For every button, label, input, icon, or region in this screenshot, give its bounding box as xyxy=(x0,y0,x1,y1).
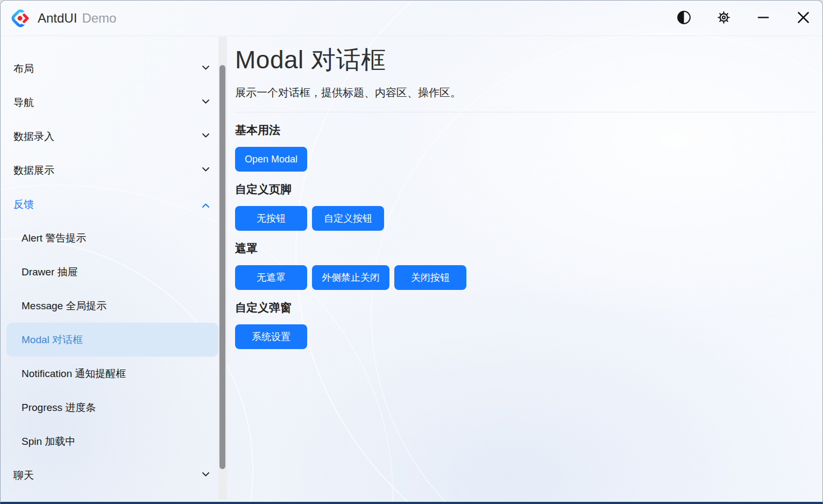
sidebar-scrollbar-thumb[interactable] xyxy=(219,65,225,469)
button-row: 系统设置 xyxy=(235,324,815,349)
sidebar-item-label: 反馈 xyxy=(13,197,34,211)
app-logo-icon xyxy=(9,7,32,30)
sidebar-item-label: Spin 加载中 xyxy=(22,435,75,449)
main-content: Modal 对话框 展示一个对话框，提供标题、内容区、操作区。 基本用法 Ope… xyxy=(227,37,822,500)
no-mask-button[interactable]: 无遮罩 xyxy=(235,265,307,290)
sidebar-item-label: Drawer 抽屉 xyxy=(22,265,78,279)
button-row: Open Modal xyxy=(235,147,815,172)
chevron-down-icon xyxy=(201,62,211,75)
gear-icon xyxy=(716,10,731,26)
section-custom-dialog: 自定义弹窗 系统设置 xyxy=(235,300,815,349)
sidebar-item-label: 导航 xyxy=(13,96,34,110)
sidebar-item-modal[interactable]: Modal 对话框 xyxy=(6,323,218,357)
content-divider xyxy=(235,112,815,112)
sidebar-item-notification[interactable]: Notification 通知提醒框 xyxy=(1,357,218,391)
custom-buttons-button[interactable]: 自定义按钮 xyxy=(312,206,384,231)
sidebar-group-chat[interactable]: 聊天 xyxy=(1,458,218,492)
sidebar-item-message[interactable]: Message 全局提示 xyxy=(1,289,218,323)
section-custom-footer: 自定义页脚 无按钮 自定义按钮 xyxy=(235,182,815,231)
sidebar-scrollbar-track[interactable] xyxy=(218,37,227,500)
chevron-up-icon xyxy=(201,198,211,211)
button-row: 无按钮 自定义按钮 xyxy=(235,206,815,231)
sidebar-item-label: Progress 进度条 xyxy=(22,401,96,415)
sidebar-item-label: Notification 通知提醒框 xyxy=(22,367,126,381)
sidebar: 布局 导航 数据录入 数据展示 反馈 Alert 警告提示 Drawer 抽屉 … xyxy=(1,37,218,500)
section-heading: 自定义页脚 xyxy=(235,182,815,197)
minimize-icon xyxy=(757,11,770,25)
button-row: 无遮罩 外侧禁止关闭 关闭按钮 xyxy=(235,265,815,290)
system-settings-button[interactable]: 系统设置 xyxy=(235,324,307,349)
section-heading: 自定义弹窗 xyxy=(235,300,815,315)
sidebar-item-label: Message 全局提示 xyxy=(22,299,107,313)
sidebar-item-label: 数据录入 xyxy=(13,130,54,144)
sidebar-group-layout[interactable]: 布局 xyxy=(1,52,218,86)
chevron-down-icon xyxy=(201,469,211,482)
sidebar-item-label: 聊天 xyxy=(13,468,34,482)
minimize-button[interactable] xyxy=(748,6,779,31)
app-title-primary: AntdUI xyxy=(38,11,77,26)
sidebar-group-navigation[interactable]: 导航 xyxy=(1,86,218,119)
sidebar-item-label: 布局 xyxy=(13,62,34,76)
half-filled-circle-icon xyxy=(677,10,691,26)
close-icon xyxy=(797,11,810,26)
section-heading: 基本用法 xyxy=(235,123,815,138)
section-basic-usage: 基本用法 Open Modal xyxy=(235,123,815,172)
page-title: Modal 对话框 xyxy=(235,44,815,75)
titlebar-controls xyxy=(659,6,819,31)
close-btn-demo-button[interactable]: 关闭按钮 xyxy=(394,265,466,290)
sidebar-group-data-display[interactable]: 数据展示 xyxy=(1,153,218,187)
app-window: AntdUI Demo xyxy=(0,0,823,504)
theme-toggle-button[interactable] xyxy=(668,6,699,31)
no-buttons-button[interactable]: 无按钮 xyxy=(235,206,307,231)
sidebar-item-label: 数据展示 xyxy=(13,164,54,178)
sidebar-item-drawer[interactable]: Drawer 抽屉 xyxy=(1,255,218,289)
sidebar-group-data-entry[interactable]: 数据录入 xyxy=(1,119,218,153)
close-button[interactable] xyxy=(787,6,819,31)
sidebar-item-alert[interactable]: Alert 警告提示 xyxy=(1,221,218,255)
sidebar-item-label: Modal 对话框 xyxy=(22,333,83,347)
sidebar-group-feedback[interactable]: 反馈 xyxy=(1,187,218,221)
section-heading: 遮罩 xyxy=(235,241,815,256)
sidebar-item-label: Alert 警告提示 xyxy=(22,231,86,245)
chevron-down-icon xyxy=(201,164,211,177)
chevron-down-icon xyxy=(201,130,211,143)
outside-no-close-button[interactable]: 外侧禁止关闭 xyxy=(312,265,389,290)
app-title: AntdUI Demo xyxy=(38,11,116,26)
sidebar-item-spin[interactable]: Spin 加载中 xyxy=(1,424,218,458)
section-mask: 遮罩 无遮罩 外侧禁止关闭 关闭按钮 xyxy=(235,241,815,290)
page-description: 展示一个对话框，提供标题、内容区、操作区。 xyxy=(235,85,815,100)
chevron-down-icon xyxy=(201,96,211,109)
app-title-secondary: Demo xyxy=(82,11,116,26)
sidebar-item-progress[interactable]: Progress 进度条 xyxy=(1,391,218,424)
open-modal-button[interactable]: Open Modal xyxy=(235,147,307,172)
titlebar: AntdUI Demo xyxy=(1,1,822,36)
settings-button[interactable] xyxy=(708,6,739,31)
